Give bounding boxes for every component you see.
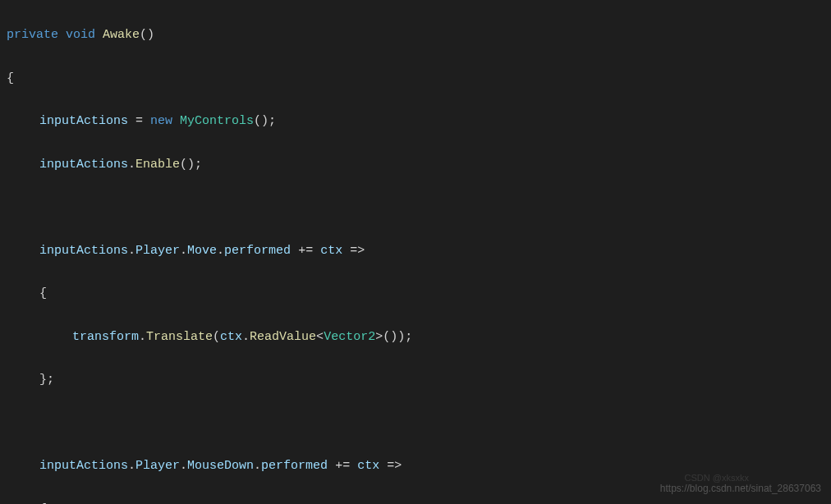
code-line: }; — [7, 369, 831, 391]
code-line: inputActions = new MyControls(); — [7, 111, 831, 132]
code-line — [7, 413, 831, 434]
code-line: { — [7, 68, 831, 89]
code-line: inputActions.Enable(); — [7, 154, 831, 176]
code-line: inputActions.Player.Move.performed += ct… — [7, 241, 831, 262]
code-line: private void Awake() — [7, 25, 831, 46]
code-line: transform.Translate(ctx.ReadValue<Vector… — [7, 327, 831, 348]
code-line: { — [7, 283, 831, 305]
code-line: { — [7, 499, 831, 504]
code-line — [7, 197, 831, 218]
watermark-url: https://blog.csdn.net/sinat_28637063 — [660, 480, 821, 497]
code-editor[interactable]: private void Awake() { inputActions = ne… — [0, 3, 831, 504]
